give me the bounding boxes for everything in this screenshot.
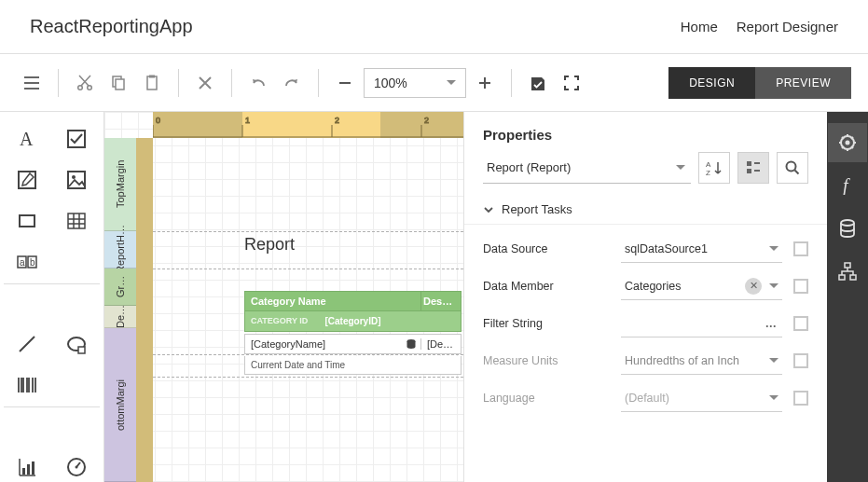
- cut-icon[interactable]: [70, 68, 100, 98]
- measureunits-value: Hundredths of an Inch: [625, 354, 739, 367]
- chevron-down-icon: [676, 165, 685, 170]
- separator: [511, 69, 512, 97]
- categorized-button[interactable]: [737, 152, 769, 184]
- svg-rect-3: [116, 79, 124, 90]
- svg-point-42: [846, 141, 850, 145]
- measureunits-reset[interactable]: [793, 353, 808, 368]
- chevron-down-icon: [447, 80, 456, 85]
- expressions-tab-icon[interactable]: f: [828, 166, 867, 205]
- element-selector-label: Report (Report): [487, 160, 571, 174]
- checkbox-tool-icon[interactable]: [53, 119, 101, 158]
- language-reset[interactable]: [793, 391, 808, 406]
- svg-rect-21: [32, 461, 34, 475]
- filterstring-reset[interactable]: [793, 316, 808, 331]
- svg-text:2: 2: [335, 116, 339, 125]
- picturebox-tool-icon[interactable]: [53, 160, 101, 200]
- clear-icon[interactable]: ✕: [745, 278, 762, 295]
- sort-alpha-button[interactable]: AZ: [698, 152, 730, 184]
- zoom-in-icon[interactable]: [470, 68, 500, 98]
- pageinfo-datetime[interactable]: Current Date and Time: [244, 356, 462, 375]
- barcode-tool-icon[interactable]: [4, 365, 51, 405]
- categoryid-caption: CATEGORY ID: [251, 317, 308, 325]
- panel-tool-icon[interactable]: [4, 201, 51, 241]
- filterstring-editor[interactable]: …: [621, 310, 782, 337]
- group-header-table[interactable]: Category Name Des… CATEGORY ID [Category…: [244, 291, 462, 334]
- fieldlist-tab-icon[interactable]: [828, 209, 867, 248]
- gauge-tool-icon[interactable]: [53, 448, 101, 482]
- report-tasks-section[interactable]: Report Tasks: [483, 202, 808, 216]
- chevron-down-icon: [769, 395, 778, 400]
- datasource-select[interactable]: sqlDataSource1: [621, 235, 782, 263]
- svg-rect-4: [147, 76, 157, 90]
- label-tool-icon[interactable]: A: [4, 119, 51, 158]
- datasource-reset[interactable]: [793, 241, 808, 256]
- svg-rect-38: [747, 161, 751, 166]
- svg-text:0: 0: [156, 116, 160, 125]
- report-title-label[interactable]: Report: [244, 235, 295, 255]
- band-bottommargin[interactable]: ottomMargi: [104, 328, 136, 482]
- datamember-value: Categories: [625, 280, 681, 293]
- charactercomb-tool-icon[interactable]: ab: [4, 242, 51, 282]
- report-tasks-label: Report Tasks: [502, 202, 572, 216]
- table-tool-icon[interactable]: [53, 201, 101, 241]
- paste-icon[interactable]: [137, 68, 167, 98]
- categoryid-field[interactable]: [CategoryID]: [324, 316, 380, 326]
- detail-description-cell[interactable]: [De…: [420, 338, 453, 350]
- delete-icon[interactable]: [190, 68, 220, 98]
- properties-tab-icon[interactable]: [828, 123, 867, 162]
- band-reportheader[interactable]: ReportH…: [104, 231, 136, 269]
- datamember-reset[interactable]: [793, 279, 808, 294]
- side-rail: f: [827, 112, 868, 482]
- svg-point-23: [75, 466, 77, 469]
- svg-text:2: 2: [424, 116, 429, 125]
- measureunits-select[interactable]: Hundredths of an Inch: [621, 347, 782, 375]
- svg-rect-5: [149, 75, 155, 77]
- search-properties-button[interactable]: [777, 152, 808, 184]
- svg-point-44: [841, 220, 854, 226]
- line-tool-icon[interactable]: [4, 324, 51, 364]
- nav-home-link[interactable]: Home: [681, 19, 718, 34]
- hamburger-icon[interactable]: [17, 68, 47, 98]
- chart-tool-icon[interactable]: [4, 448, 51, 482]
- shape-tool-icon[interactable]: [53, 324, 101, 364]
- band-detail[interactable]: De…: [104, 306, 136, 328]
- validate-icon[interactable]: [523, 68, 553, 98]
- element-selector[interactable]: Report (Report): [483, 152, 691, 184]
- separator: [58, 69, 59, 97]
- design-canvas[interactable]: 0 1 2 2 TopMargin ReportH… Gr… De… ottom…: [104, 112, 463, 482]
- svg-text:a: a: [20, 257, 25, 268]
- properties-panel: Properties Report (Report) AZ Report Tas…: [463, 112, 827, 482]
- zoom-select[interactable]: 100%: [364, 68, 466, 98]
- column-header-categoryname[interactable]: Category Name: [245, 296, 420, 307]
- detail-row[interactable]: [CategoryName] [De…: [244, 334, 462, 354]
- copy-icon[interactable]: [103, 68, 133, 98]
- measureunits-label: Measure Units: [483, 354, 621, 367]
- chevron-down-icon: [769, 246, 778, 251]
- vertical-ruler[interactable]: [136, 138, 153, 482]
- horizontal-ruler[interactable]: 0 1 2 2: [153, 112, 463, 138]
- reportexplorer-tab-icon[interactable]: [828, 252, 867, 291]
- detail-categoryname-cell[interactable]: [CategoryName]: [251, 338, 325, 350]
- main-toolbar: 100% DESIGN PREVIEW: [0, 54, 868, 112]
- nav-report-designer-link[interactable]: Report Designer: [737, 19, 838, 34]
- datamember-select[interactable]: Categories ✕: [621, 272, 782, 300]
- zoom-value-label: 100%: [374, 76, 407, 90]
- fullscreen-icon[interactable]: [557, 68, 586, 98]
- svg-text:b: b: [30, 257, 35, 268]
- design-mode-button[interactable]: DESIGN: [668, 67, 755, 99]
- svg-rect-7: [68, 131, 85, 147]
- preview-mode-button[interactable]: PREVIEW: [755, 67, 851, 99]
- band-groupheader[interactable]: Gr…: [104, 269, 136, 306]
- language-select[interactable]: (Default): [621, 384, 782, 412]
- zoom-out-icon[interactable]: [330, 68, 360, 98]
- richtext-tool-icon[interactable]: [4, 160, 51, 200]
- svg-rect-47: [850, 275, 856, 280]
- svg-text:f: f: [843, 176, 850, 195]
- undo-icon[interactable]: [243, 68, 273, 98]
- redo-icon[interactable]: [277, 68, 307, 98]
- column-header-description[interactable]: Des…: [420, 292, 452, 310]
- app-title: ReactReportingApp: [30, 16, 193, 37]
- separator: [178, 69, 179, 97]
- chevron-down-icon: [483, 204, 494, 215]
- band-topmargin[interactable]: TopMargin: [104, 138, 136, 231]
